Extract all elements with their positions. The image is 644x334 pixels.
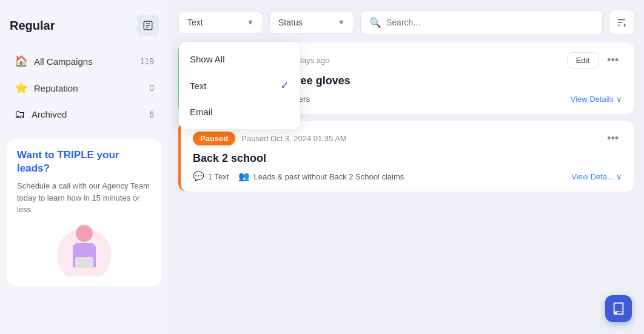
sort-button[interactable]	[609, 10, 634, 35]
promo-heading-post: leads?	[17, 162, 50, 174]
lady-torso	[73, 243, 96, 267]
sidebar-item-all-campaigns[interactable]: 🏠 All Campaigns 119	[7, 48, 161, 74]
chat-icon-2: 💬	[193, 171, 204, 182]
all-campaigns-label: All Campaigns	[34, 56, 93, 67]
dropdown-email[interactable]: Email	[179, 99, 300, 124]
status-filter-label: Status	[278, 18, 303, 27]
promo-card: Want to TRIPLE your leads? Schedule a ca…	[7, 139, 161, 286]
text-label: Text	[190, 81, 207, 91]
search-input[interactable]	[386, 18, 594, 27]
reputation-count: 0	[149, 83, 154, 93]
sidebar-item-archived[interactable]: 🗂 Archived 6	[7, 102, 161, 127]
toolbar: Text ▼ Show All Text ✓ Email Status ▼	[178, 10, 634, 35]
lady-laptop	[75, 257, 93, 268]
email-label: Email	[190, 107, 213, 117]
all-campaigns-count: 119	[140, 56, 154, 66]
promo-illustration	[17, 222, 152, 276]
dropdown-show-all[interactable]: Show All	[179, 47, 300, 72]
campaign-actions-1: Edit •••	[567, 52, 622, 68]
sidebar-nav: 🏠 All Campaigns 119 ⭐ Reputation 0 🗂 Arc…	[7, 48, 161, 127]
sidebar: Regular 🏠 All Campaigns 119 ⭐ Reputation…	[0, 0, 169, 334]
lady-head	[76, 225, 93, 242]
help-button[interactable]	[605, 295, 632, 322]
search-icon: 🔍	[369, 17, 381, 28]
chevron-up-icon-1: ∨	[616, 95, 622, 104]
promo-title: Want to TRIPLE your leads?	[17, 149, 152, 175]
people-icon-2: 👥	[238, 171, 250, 182]
dropdown-text[interactable]: Text ✓	[179, 72, 300, 99]
view-details-label-2: View Deta...	[571, 172, 614, 181]
view-details-2[interactable]: View Deta... ∨	[571, 172, 622, 181]
type-filter[interactable]: Text ▼ Show All Text ✓ Email	[178, 11, 263, 34]
meta-text-count-2: 💬 1 Text	[193, 171, 229, 182]
sidebar-campaign-icon-button[interactable]	[137, 15, 159, 36]
reputation-label: Reputation	[34, 83, 78, 93]
sidebar-header: Regular	[7, 10, 161, 41]
archive-icon: 🗂	[15, 108, 25, 121]
sidebar-title: Regular	[10, 19, 55, 33]
promo-heading-pre: Want to	[17, 149, 57, 161]
search-bar: 🔍	[360, 10, 603, 35]
more-button-2[interactable]: •••	[603, 131, 622, 146]
status-chevron-down-icon: ▼	[338, 18, 345, 27]
promo-body: Schedule a call with our Agency Team tod…	[17, 180, 152, 216]
book-icon	[612, 302, 625, 315]
status-filter[interactable]: Status ▼	[269, 11, 354, 34]
campaign-meta-2: 💬 1 Text 👥 Leads & past without Back 2 S…	[193, 171, 622, 182]
chevron-up-icon-2: ∨	[616, 172, 622, 181]
star-icon: ⭐	[15, 81, 28, 95]
view-details-1[interactable]: View Details ∨	[571, 95, 622, 104]
type-filter-label: Text	[187, 18, 203, 27]
promo-heading-highlight: TRIPLE your	[57, 149, 119, 161]
main-content: Text ▼ Show All Text ✓ Email Status ▼	[169, 0, 644, 334]
archived-count: 6	[149, 110, 154, 119]
type-dropdown: Show All Text ✓ Email	[179, 42, 300, 129]
meta-audience-2: 👥 Leads & past without Back 2 School cla…	[238, 171, 404, 182]
campaign-actions-2: •••	[603, 131, 622, 146]
campaign-title-2: Back 2 school	[193, 152, 622, 165]
promo-figure	[66, 225, 102, 276]
home-icon: 🏠	[15, 55, 28, 68]
archived-label: Archived	[32, 109, 67, 119]
campaign-header-2: Paused Paused Oct 3, 2024 01:35 AM •••	[193, 131, 622, 146]
sort-icon	[616, 17, 627, 28]
campaign-time-2: Paused Oct 3, 2024 01:35 AM	[241, 134, 346, 143]
campaign-card-2: Paused Paused Oct 3, 2024 01:35 AM ••• B…	[178, 121, 634, 192]
sidebar-item-reputation[interactable]: ⭐ Reputation 0	[7, 75, 161, 101]
show-all-label: Show All	[190, 54, 225, 64]
view-details-label-1: View Details	[571, 95, 614, 104]
meta-count-2: 1 Text	[208, 172, 229, 181]
status-badge-paused: Paused	[193, 132, 235, 145]
check-icon: ✓	[280, 79, 289, 92]
meta-audience-label-2: Leads & past without Back 2 School claim…	[253, 172, 404, 181]
edit-button-1[interactable]: Edit	[567, 52, 599, 68]
more-button-1[interactable]: •••	[603, 53, 622, 68]
campaign-icon	[143, 20, 153, 31]
chevron-down-icon: ▼	[247, 18, 254, 27]
